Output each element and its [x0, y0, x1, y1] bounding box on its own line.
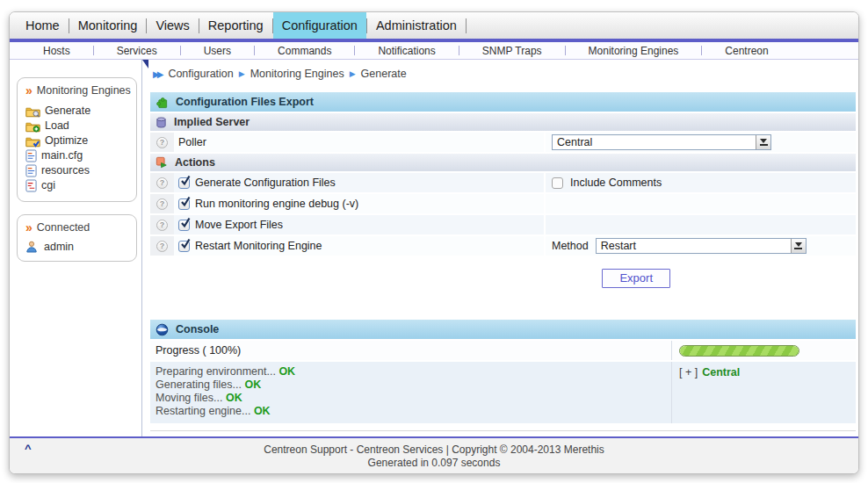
tab-reporting[interactable]: Reporting [199, 12, 272, 39]
action-label: Restart Monitoring Engine [195, 240, 322, 252]
subtab-hosts[interactable]: Hosts [20, 45, 93, 57]
cgi-file-icon [25, 179, 37, 192]
sidebar-item-resources[interactable]: resources [25, 163, 131, 178]
subtab-monitoring-engines[interactable]: Monitoring Engines [566, 45, 702, 57]
connected-title-text: Connected [37, 221, 90, 234]
restart-engine-checkbox[interactable] [178, 241, 190, 252]
sidebar-item-main-cfg[interactable]: main.cfg [25, 148, 131, 163]
action-row-restart: ? Restart Monitoring Engine Method Resta… [150, 236, 856, 256]
dropdown-arrow-icon [756, 135, 770, 149]
help-cell: ? [150, 236, 174, 256]
connected-user: admin [25, 241, 131, 253]
help-icon[interactable]: ? [156, 137, 168, 148]
breadcrumb-generate[interactable]: Generate [361, 68, 407, 80]
expand-poller-toggle[interactable]: [ + ] [679, 366, 698, 378]
sidebar-item-generate[interactable]: Generate [25, 104, 131, 119]
log-line: Moving files... OK [156, 392, 671, 405]
actions-icon [156, 156, 168, 169]
method-label: Method [552, 240, 589, 252]
console-title: Console [176, 323, 219, 335]
connected-title: » Connected [25, 221, 131, 234]
poller-label: Poller [178, 136, 206, 148]
implied-server-title: Implied Server [174, 116, 250, 128]
generate-files-checkbox[interactable] [178, 177, 190, 189]
action-row-debug: ? Run monitoring engine debug (-v) [150, 194, 856, 213]
sidebar-item-load[interactable]: Load [25, 119, 131, 133]
log-line: Generating files... OK [156, 378, 671, 392]
sidebar-section-title: » Monitoring Engines [25, 84, 131, 97]
breadcrumb-configuration[interactable]: Configuration [168, 68, 233, 80]
tab-home[interactable]: Home [17, 12, 69, 39]
breadcrumb-arrow-icon: ▶ [239, 69, 245, 78]
export-panel-title: Configuration Files Export [176, 96, 314, 108]
tab-monitoring[interactable]: Monitoring [69, 12, 147, 39]
config-file-icon [25, 164, 37, 177]
database-icon [156, 116, 167, 129]
poller-select[interactable]: Central [552, 134, 771, 150]
method-select[interactable]: Restart [596, 238, 807, 254]
help-icon[interactable]: ? [156, 177, 168, 189]
run-debug-checkbox[interactable] [178, 198, 190, 210]
breadcrumb-arrow-icon: ▶ [350, 69, 356, 78]
help-icon[interactable]: ? [156, 198, 168, 210]
action-row-move: ? Move Export Files [150, 215, 856, 234]
status-ok: OK [226, 392, 242, 404]
subtab-snmp-traps[interactable]: SNMP Traps [459, 45, 565, 57]
action-label: Run monitoring engine debug (-v) [195, 198, 358, 210]
tab-configuration[interactable]: Configuration [273, 12, 366, 39]
footer-copyright: Centreon Support - Centreon Services | C… [10, 443, 858, 456]
sidebar-item-label: cgi [41, 178, 55, 193]
folder-check-icon [25, 135, 40, 148]
chevron-icon: » [25, 223, 33, 232]
subtab-commands[interactable]: Commands [255, 45, 354, 57]
implied-server-header: Implied Server [150, 113, 856, 131]
sidebar-section-connected: » Connected admin [17, 214, 137, 262]
include-comments-label: Include Comments [570, 177, 662, 189]
tab-views[interactable]: Views [147, 12, 198, 39]
breadcrumb-icon: ▶▶ [153, 69, 161, 79]
main-menu: Home Monitoring Views Reporting Configur… [10, 12, 858, 39]
sidebar-section-title-text: Monitoring Engines [37, 84, 131, 97]
actions-header: Actions [150, 154, 856, 171]
subtab-services[interactable]: Services [94, 45, 180, 57]
subtab-users[interactable]: Users [181, 45, 254, 57]
subtab-notifications[interactable]: Notifications [355, 45, 458, 57]
action-row-generate: ? Generate Configuration Files Include C… [150, 173, 856, 192]
scroll-top-caret[interactable]: ^ [25, 442, 32, 455]
status-ok: OK [278, 365, 295, 378]
include-comments-checkbox[interactable] [552, 177, 563, 189]
sidebar-item-cgi[interactable]: cgi [25, 178, 131, 193]
config-file-icon [25, 149, 37, 162]
export-button-row: Export [150, 269, 857, 288]
breadcrumb: ▶▶ Configuration ▶ Monitoring Engines ▶ … [150, 60, 857, 80]
console-poller-name: Central [702, 366, 740, 378]
sidebar-collapse-handle[interactable] [142, 60, 148, 68]
sidebar-item-label: Optimize [45, 133, 88, 148]
sidebar-item-label: Generate [45, 104, 90, 119]
export-panel-header: Configuration Files Export [150, 92, 856, 112]
progress-row: Progress ( 100%) [150, 341, 856, 360]
help-cell: ? [150, 215, 174, 234]
main-content: ▶▶ Configuration ▶ Monitoring Engines ▶ … [141, 60, 858, 436]
action-label: Move Export Files [195, 219, 283, 231]
move-files-checkbox[interactable] [178, 220, 190, 231]
help-cell: ? [150, 194, 174, 213]
subtab-centreon[interactable]: Centreon [702, 45, 791, 57]
export-button[interactable]: Export [602, 269, 670, 288]
menu-divider [466, 18, 467, 33]
poller-row: ? Poller Central [150, 133, 856, 152]
breadcrumb-monitoring-engines[interactable]: Monitoring Engines [250, 68, 344, 80]
help-cell: ? [150, 173, 174, 192]
progress-bar [679, 345, 799, 357]
console-status-block: Preparing environment... OK Generating f… [150, 362, 856, 423]
help-icon[interactable]: ? [156, 241, 168, 252]
user-icon [25, 241, 38, 253]
username-label: admin [44, 241, 74, 253]
chevron-icon: » [25, 86, 33, 95]
help-icon[interactable]: ? [156, 220, 168, 231]
sub-menu: Hosts Services Users Commands Notificati… [10, 42, 858, 60]
console-log: Preparing environment... OK Generating f… [150, 362, 671, 423]
sidebar-item-optimize[interactable]: Optimize [25, 133, 131, 148]
tab-administration[interactable]: Administration [367, 12, 466, 39]
actions-title: Actions [175, 156, 215, 169]
